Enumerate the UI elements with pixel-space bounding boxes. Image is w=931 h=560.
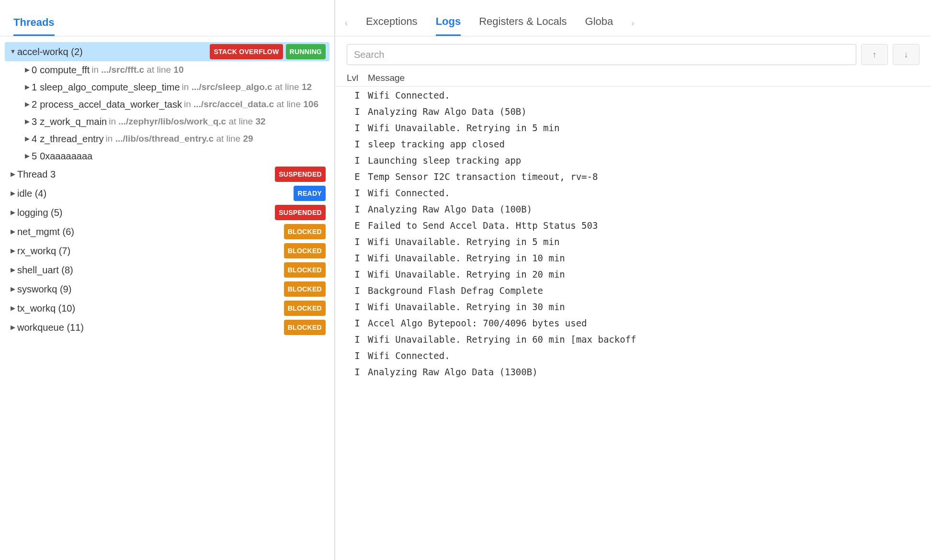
log-row[interactable]: Isleep tracking app closed	[347, 136, 920, 153]
thread-row[interactable]: Thread 3SUSPENDED	[5, 165, 329, 184]
expand-caret-icon[interactable]	[9, 302, 17, 315]
thread-row[interactable]: idle (4)READY	[5, 184, 329, 203]
thread-badges: SUSPENDED	[275, 205, 326, 220]
thread-name: workqueue (11)	[17, 321, 84, 334]
log-col-lvl: Lvl	[347, 73, 368, 83]
log-row[interactable]: IWifi Connected.	[347, 88, 920, 104]
detail-pane: ‹ExceptionsLogsRegisters & LocalsGloba› …	[335, 0, 931, 560]
status-badge: BLOCKED	[284, 262, 326, 278]
frame-index: 3	[32, 115, 37, 128]
frame-location: in .../src/accel_data.c at line 106	[184, 98, 318, 111]
tabs-scroll-right-icon[interactable]: ›	[631, 18, 634, 36]
stack-frame-row[interactable]: 2process_accel_data_worker_task in .../s…	[5, 96, 329, 113]
tab-exceptions[interactable]: Exceptions	[366, 15, 418, 36]
tab-globa[interactable]: Globa	[585, 15, 613, 36]
search-input[interactable]	[347, 44, 856, 65]
frame-index: 1	[32, 80, 37, 94]
thread-name: accel-workq (2)	[17, 45, 83, 58]
search-prev-button[interactable]: ↑	[861, 44, 888, 65]
thread-badges: BLOCKED	[284, 224, 326, 239]
log-level: I	[347, 348, 368, 364]
expand-caret-icon[interactable]	[9, 263, 17, 277]
log-row[interactable]: IWifi Connected.	[347, 348, 920, 364]
log-col-msg: Message	[368, 73, 920, 83]
thread-name: rx_workq (7)	[17, 244, 70, 258]
log-row[interactable]: IAnalyzing Raw Algo Data (50B)	[347, 104, 920, 120]
thread-name: logging (5)	[17, 206, 63, 219]
expand-caret-icon[interactable]	[23, 63, 32, 77]
search-next-button[interactable]: ↓	[893, 44, 920, 65]
log-level: I	[347, 315, 368, 332]
log-message: Wifi Connected.	[368, 348, 920, 364]
expand-caret-icon[interactable]	[9, 244, 17, 258]
expand-caret-icon[interactable]	[23, 80, 32, 94]
log-message: Wifi Connected.	[368, 88, 920, 104]
thread-row[interactable]: shell_uart (8)BLOCKED	[5, 260, 329, 280]
thread-row[interactable]: accel-workq (2)STACK OVERFLOWRUNNING	[5, 42, 329, 61]
thread-row[interactable]: rx_workq (7)BLOCKED	[5, 241, 329, 260]
thread-name: Thread 3	[17, 168, 56, 181]
log-table-header: Lvl Message	[335, 73, 931, 87]
threads-header: Threads	[0, 0, 334, 36]
log-row[interactable]: ETemp Sensor I2C transaction timeout, rv…	[347, 169, 920, 185]
tab-logs[interactable]: Logs	[436, 15, 461, 36]
status-badge: READY	[294, 186, 326, 201]
frame-function: 0xaaaaaaaa	[40, 149, 92, 163]
log-row[interactable]: IWifi Unavailable. Retrying in 10 min	[347, 250, 920, 267]
expand-caret-icon[interactable]	[9, 225, 17, 238]
threads-body: accel-workq (2)STACK OVERFLOWRUNNING0com…	[0, 36, 334, 337]
expand-caret-icon[interactable]	[23, 115, 32, 128]
log-level: E	[347, 218, 368, 234]
frame-function: z_thread_entry	[40, 132, 103, 146]
expand-caret-icon[interactable]	[23, 98, 32, 111]
log-row[interactable]: IWifi Unavailable. Retrying in 5 min	[347, 234, 920, 250]
thread-row[interactable]: net_mgmt (6)BLOCKED	[5, 222, 329, 241]
log-row[interactable]: IAnalyzing Raw Algo Data (1300B)	[347, 364, 920, 381]
expand-caret-icon[interactable]	[9, 45, 17, 58]
search-row: ↑ ↓	[335, 36, 931, 73]
thread-name: sysworkq (9)	[17, 282, 71, 296]
expand-caret-icon[interactable]	[23, 149, 32, 163]
log-row[interactable]: IBackground Flash Defrag Complete	[347, 283, 920, 299]
log-message: Wifi Unavailable. Retrying in 60 min [ma…	[368, 332, 920, 348]
log-row[interactable]: IAccel Algo Bytepool: 700/4096 bytes use…	[347, 315, 920, 332]
log-level: I	[347, 153, 368, 169]
threads-pane: Threads accel-workq (2)STACK OVERFLOWRUN…	[0, 0, 335, 560]
thread-row[interactable]: tx_workq (10)BLOCKED	[5, 299, 329, 318]
thread-badges: BLOCKED	[284, 281, 326, 297]
expand-caret-icon[interactable]	[9, 321, 17, 334]
frame-location: in .../src/sleep_algo.c at line 12	[182, 80, 312, 94]
thread-row[interactable]: sysworkq (9)BLOCKED	[5, 280, 329, 299]
log-row[interactable]: IWifi Unavailable. Retrying in 5 min	[347, 120, 920, 136]
frame-function: z_work_q_main	[40, 115, 107, 128]
stack-frame-row[interactable]: 0compute_fft in .../src/fft.c at line 10	[5, 61, 329, 78]
log-row[interactable]: IAnalyzing Raw Algo Data (100B)	[347, 202, 920, 218]
stack-frame-row[interactable]: 3z_work_q_main in .../zephyr/lib/os/work…	[5, 113, 329, 130]
expand-caret-icon[interactable]	[9, 168, 17, 181]
log-row[interactable]: ILaunching sleep tracking app	[347, 153, 920, 169]
log-table-body: IWifi Connected.IAnalyzing Raw Algo Data…	[335, 87, 931, 560]
log-row[interactable]: EFailed to Send Accel Data. Http Status …	[347, 218, 920, 234]
frame-function: process_accel_data_worker_task	[40, 98, 182, 111]
status-badge: SUSPENDED	[275, 167, 326, 182]
thread-row[interactable]: logging (5)SUSPENDED	[5, 203, 329, 222]
log-row[interactable]: IWifi Connected.	[347, 185, 920, 202]
stack-frame-row[interactable]: 1sleep_algo_compute_sleep_time in .../sr…	[5, 78, 329, 96]
log-row[interactable]: IWifi Unavailable. Retrying in 30 min	[347, 299, 920, 315]
log-message: sleep tracking app closed	[368, 136, 920, 153]
log-level: I	[347, 234, 368, 250]
stack-frame-row[interactable]: 50xaaaaaaaa	[5, 147, 329, 165]
log-row[interactable]: IWifi Unavailable. Retrying in 20 min	[347, 267, 920, 283]
expand-caret-icon[interactable]	[9, 282, 17, 296]
stack-frame-row[interactable]: 4z_thread_entry in .../lib/os/thread_ent…	[5, 130, 329, 147]
tab-registers-locals[interactable]: Registers & Locals	[479, 15, 567, 36]
thread-row[interactable]: workqueue (11)BLOCKED	[5, 318, 329, 337]
threads-tab[interactable]: Threads	[13, 16, 55, 36]
frame-index: 5	[32, 149, 37, 163]
expand-caret-icon[interactable]	[9, 206, 17, 219]
log-row[interactable]: IWifi Unavailable. Retrying in 60 min [m…	[347, 332, 920, 348]
expand-caret-icon[interactable]	[9, 187, 17, 200]
tabs-scroll-left-icon[interactable]: ‹	[345, 18, 348, 36]
expand-caret-icon[interactable]	[23, 132, 32, 146]
log-message: Failed to Send Accel Data. Http Status 5…	[368, 218, 920, 234]
